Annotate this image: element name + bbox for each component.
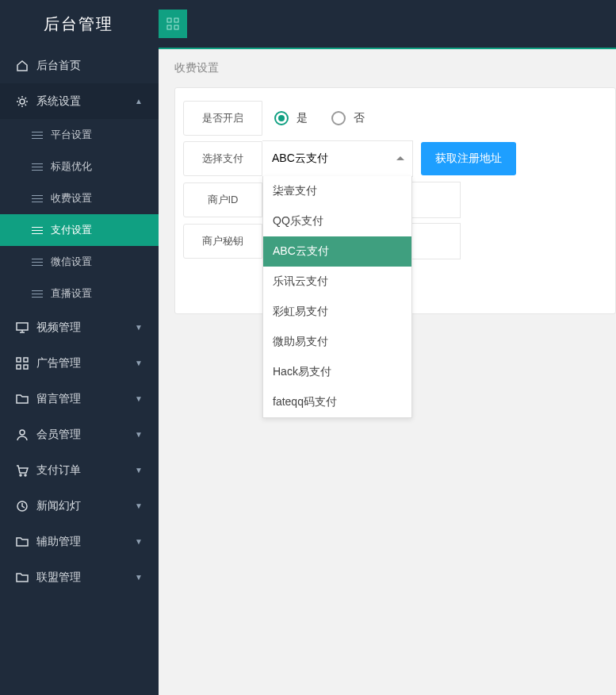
get-register-url-button[interactable]: 获取注册地址 bbox=[421, 142, 516, 175]
sidebar-item-0[interactable]: 后台首页 bbox=[0, 48, 159, 83]
chevron-down-icon: ▼ bbox=[135, 430, 143, 439]
sidebar-sub-label: 标题优化 bbox=[51, 159, 92, 174]
sidebar-item-3[interactable]: 广告管理▼ bbox=[0, 345, 159, 381]
enable-radio-group: 是 否 bbox=[262, 111, 365, 125]
svg-point-4 bbox=[20, 99, 25, 104]
breadcrumb: 收费设置 bbox=[159, 49, 616, 87]
chevron-down-icon: ▼ bbox=[135, 466, 143, 474]
chevron-up-icon: ▲ bbox=[135, 97, 143, 106]
lines-icon bbox=[32, 259, 43, 266]
chevron-down-icon: ▼ bbox=[135, 537, 143, 546]
label-merchant-id: 商户ID bbox=[183, 182, 262, 217]
folder-icon bbox=[16, 536, 29, 548]
lines-icon bbox=[32, 195, 43, 202]
svg-point-10 bbox=[20, 430, 25, 435]
home-icon bbox=[16, 60, 29, 72]
sidebar-item-4[interactable]: 留言管理▼ bbox=[0, 381, 159, 417]
sidebar-item-label: 后台首页 bbox=[36, 59, 81, 73]
sidebar-sub-label: 直播设置 bbox=[51, 286, 92, 301]
lines-icon bbox=[32, 290, 43, 298]
radio-yes[interactable]: 是 bbox=[274, 111, 308, 125]
top-header: 后台管理 bbox=[0, 0, 616, 48]
sidebar: 后台首页系统设置▲平台设置标题优化收费设置支付设置微信设置直播设置视频管理▼广告… bbox=[0, 48, 159, 695]
svg-rect-6 bbox=[17, 358, 21, 362]
radio-circle-icon bbox=[274, 111, 289, 125]
lines-icon bbox=[32, 132, 43, 139]
folder-icon bbox=[16, 571, 29, 584]
sidebar-item-label: 支付订单 bbox=[36, 463, 81, 478]
folder-icon bbox=[16, 393, 29, 405]
label-select-pay: 选择支付 bbox=[183, 141, 262, 176]
sidebar-item-1[interactable]: 系统设置▲ bbox=[0, 83, 159, 119]
sidebar-item-9[interactable]: 联盟管理▼ bbox=[0, 559, 159, 595]
sidebar-item-label: 广告管理 bbox=[36, 356, 81, 371]
sidebar-item-label: 联盟管理 bbox=[36, 570, 81, 585]
svg-point-12 bbox=[25, 474, 26, 476]
lines-icon bbox=[32, 163, 43, 171]
select-option-3[interactable]: 乐讯云支付 bbox=[263, 267, 411, 297]
grid-icon bbox=[166, 17, 179, 30]
sidebar-item-6[interactable]: 支付订单▼ bbox=[0, 452, 159, 488]
svg-rect-7 bbox=[24, 358, 28, 362]
svg-rect-1 bbox=[174, 18, 178, 22]
row-select-pay: 选择支付 ABC云支付 柒壹支付QQ乐支付ABC云支付乐讯云支付彩虹易支付微助易… bbox=[175, 140, 615, 177]
sidebar-sub-label: 平台设置 bbox=[51, 128, 92, 142]
svg-point-11 bbox=[20, 474, 21, 476]
select-option-4[interactable]: 彩虹易支付 bbox=[263, 297, 411, 327]
radio-no-label: 否 bbox=[354, 111, 365, 125]
select-pay-value: ABC云支付 bbox=[272, 152, 328, 166]
select-option-1[interactable]: QQ乐支付 bbox=[263, 206, 411, 236]
row-enable: 是否开启 是 否 bbox=[175, 101, 615, 136]
radio-circle-icon bbox=[331, 111, 346, 125]
sidebar-item-label: 新闻幻灯 bbox=[36, 499, 81, 513]
monitor-icon bbox=[16, 321, 29, 334]
sidebar-sub-item-1-5[interactable]: 直播设置 bbox=[0, 278, 159, 309]
sidebar-sub-label: 支付设置 bbox=[51, 223, 92, 237]
user-icon bbox=[16, 428, 29, 441]
sidebar-item-7[interactable]: 新闻幻灯▼ bbox=[0, 488, 159, 524]
sidebar-item-5[interactable]: 会员管理▼ bbox=[0, 417, 159, 452]
select-option-5[interactable]: 微助易支付 bbox=[263, 327, 411, 357]
dashboard-grid-button[interactable] bbox=[159, 10, 187, 38]
clock-icon bbox=[16, 500, 29, 513]
chevron-down-icon: ▼ bbox=[135, 394, 143, 403]
chevron-down-icon: ▼ bbox=[135, 501, 143, 510]
sidebar-sub-item-1-3[interactable]: 支付设置 bbox=[0, 214, 159, 246]
sidebar-item-label: 会员管理 bbox=[36, 428, 81, 442]
main-content: 收费设置 是否开启 是 否 选择支付 ABC云支 bbox=[159, 48, 616, 695]
radio-no[interactable]: 否 bbox=[331, 111, 365, 125]
sidebar-item-label: 留言管理 bbox=[36, 392, 81, 406]
radio-yes-label: 是 bbox=[297, 111, 308, 125]
select-option-0[interactable]: 柒壹支付 bbox=[263, 176, 411, 206]
sidebar-sub-item-1-1[interactable]: 标题优化 bbox=[0, 151, 159, 182]
select-option-7[interactable]: fateqq码支付 bbox=[263, 387, 411, 417]
select-pay-options-list: 柒壹支付QQ乐支付ABC云支付乐讯云支付彩虹易支付微助易支付Hack易支付fat… bbox=[262, 176, 412, 418]
sidebar-item-label: 系统设置 bbox=[36, 94, 81, 109]
sidebar-item-2[interactable]: 视频管理▼ bbox=[0, 309, 159, 345]
sidebar-item-label: 辅助管理 bbox=[36, 535, 81, 549]
sidebar-sub-item-1-4[interactable]: 微信设置 bbox=[0, 246, 159, 278]
sidebar-sub-label: 收费设置 bbox=[51, 191, 92, 205]
sidebar-sub-item-1-2[interactable]: 收费设置 bbox=[0, 182, 159, 214]
svg-rect-5 bbox=[17, 323, 28, 330]
sidebar-sub-label: 微信设置 bbox=[51, 255, 92, 269]
svg-rect-8 bbox=[17, 365, 21, 369]
lines-icon bbox=[32, 227, 43, 234]
cart-icon bbox=[16, 464, 29, 477]
label-enable: 是否开启 bbox=[183, 101, 262, 136]
app-title: 后台管理 bbox=[0, 13, 159, 35]
label-merchant-key: 商户秘钥 bbox=[183, 224, 262, 259]
chevron-down-icon: ▼ bbox=[135, 359, 143, 367]
settings-card: 是否开启 是 否 选择支付 ABC云支付 柒壹支付QQ乐支付ABC云支付 bbox=[174, 87, 616, 314]
sidebar-item-8[interactable]: 辅助管理▼ bbox=[0, 524, 159, 559]
svg-rect-9 bbox=[24, 365, 28, 369]
select-pay-dropdown[interactable]: ABC云支付 柒壹支付QQ乐支付ABC云支付乐讯云支付彩虹易支付微助易支付Hac… bbox=[262, 140, 413, 177]
select-option-2[interactable]: ABC云支付 bbox=[263, 236, 411, 267]
sidebar-sub-item-1-0[interactable]: 平台设置 bbox=[0, 119, 159, 151]
gear-icon bbox=[16, 95, 29, 108]
svg-rect-3 bbox=[174, 25, 178, 29]
grid-icon bbox=[16, 357, 29, 370]
select-option-6[interactable]: Hack易支付 bbox=[263, 357, 411, 387]
sidebar-item-label: 视频管理 bbox=[36, 321, 81, 335]
svg-rect-0 bbox=[167, 18, 171, 22]
